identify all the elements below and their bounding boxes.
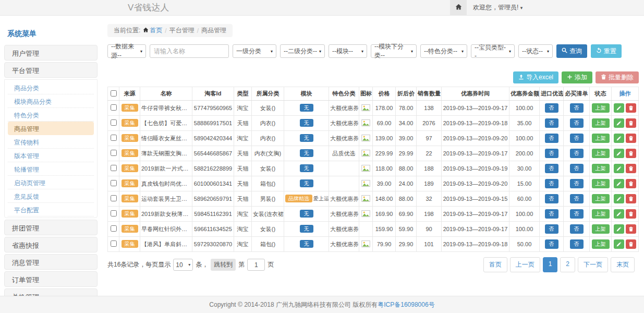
delete-button[interactable] xyxy=(626,149,636,158)
sidebar-link[interactable]: 商品分类 xyxy=(8,81,94,94)
page-button[interactable]: 上一页 xyxy=(510,257,540,272)
edit-button[interactable] xyxy=(614,118,624,128)
import-optional-toggle[interactable]: 否 xyxy=(545,209,558,219)
delete-button[interactable] xyxy=(626,134,636,143)
page-button[interactable]: 首页 xyxy=(483,257,507,272)
import-optional-toggle[interactable]: 否 xyxy=(545,224,558,234)
must-buy-toggle[interactable]: 否 xyxy=(570,134,584,143)
home-button[interactable] xyxy=(450,0,467,15)
filter-select[interactable]: --二级分类--▾ xyxy=(280,44,325,58)
row-checkbox[interactable] xyxy=(111,165,117,171)
filter-select[interactable]: --模块--▾ xyxy=(329,44,367,58)
sidebar-panel[interactable]: 省惠快报 xyxy=(4,237,98,252)
must-buy-toggle[interactable]: 否 xyxy=(570,209,584,219)
sidebar-link[interactable]: 模块商品分类 xyxy=(8,94,94,108)
sidebar-link[interactable]: 特色分类 xyxy=(8,108,94,122)
row-checkbox[interactable] xyxy=(111,104,117,111)
import-optional-toggle[interactable]: 否 xyxy=(545,103,558,113)
row-checkbox[interactable] xyxy=(111,135,117,141)
sidebar-link[interactable]: 轮播管理 xyxy=(8,162,94,176)
must-buy-toggle[interactable]: 否 xyxy=(570,149,584,158)
edit-button[interactable] xyxy=(614,164,624,173)
sidebar-link[interactable]: 启动页管理 xyxy=(8,176,94,189)
delete-button[interactable] xyxy=(626,239,636,249)
status-button[interactable]: 上架 xyxy=(592,118,610,128)
import-optional-toggle[interactable]: 否 xyxy=(545,118,558,128)
import-optional-toggle[interactable]: 否 xyxy=(545,149,558,158)
import-optional-toggle[interactable]: 否 xyxy=(545,164,558,173)
sidebar-link[interactable]: 商品管理 xyxy=(8,122,94,135)
delete-button[interactable] xyxy=(626,194,636,203)
import-optional-toggle[interactable]: 否 xyxy=(545,239,558,249)
add-button[interactable]: 添加 xyxy=(562,71,592,83)
filter-select[interactable]: --状态--▾ xyxy=(518,44,553,58)
sidebar-panel[interactable]: 平台管理 xyxy=(4,62,98,78)
must-buy-toggle[interactable]: 否 xyxy=(570,103,584,113)
sidebar-link[interactable]: 宣传物料 xyxy=(8,135,94,149)
delete-button[interactable] xyxy=(626,164,636,173)
status-button[interactable]: 上架 xyxy=(592,179,610,188)
status-button[interactable]: 上架 xyxy=(592,134,610,143)
page-button[interactable]: 下一页 xyxy=(578,257,608,272)
filter-select[interactable]: --数据来源--▾ xyxy=(107,44,146,58)
import-excel-button[interactable]: 导入excel xyxy=(513,71,558,83)
edit-button[interactable] xyxy=(614,239,624,249)
per-page-select[interactable]: 10 ▾ xyxy=(173,259,193,271)
search-button[interactable]: 查询 xyxy=(556,44,587,58)
delete-button[interactable] xyxy=(626,103,636,113)
filter-select[interactable]: --特色分类--▾ xyxy=(420,44,467,58)
page-button[interactable]: 1 xyxy=(543,257,558,272)
sidebar-link[interactable]: 意见反馈 xyxy=(8,189,94,203)
name-search-input[interactable] xyxy=(150,44,229,58)
row-checkbox[interactable] xyxy=(111,210,117,216)
delete-button[interactable] xyxy=(626,209,636,219)
status-button[interactable]: 上架 xyxy=(592,239,610,249)
sidebar-panel[interactable]: 消息管理 xyxy=(4,254,98,270)
must-buy-toggle[interactable]: 否 xyxy=(570,224,584,234)
reset-button[interactable]: 重置 xyxy=(591,44,622,58)
page-button[interactable]: 2 xyxy=(560,257,575,272)
row-checkbox[interactable] xyxy=(111,195,117,201)
row-checkbox[interactable] xyxy=(111,240,117,247)
import-optional-toggle[interactable]: 否 xyxy=(545,134,558,143)
must-buy-toggle[interactable]: 否 xyxy=(570,164,584,173)
sidebar-panel[interactable]: 拼团管理 xyxy=(4,220,98,235)
edit-button[interactable] xyxy=(614,149,624,158)
delete-button[interactable] xyxy=(626,118,636,128)
row-checkbox[interactable] xyxy=(111,150,117,156)
must-buy-toggle[interactable]: 否 xyxy=(570,239,584,249)
row-checkbox[interactable] xyxy=(111,225,117,232)
edit-button[interactable] xyxy=(614,224,624,234)
page-button[interactable]: 末页 xyxy=(611,257,635,272)
row-checkbox[interactable] xyxy=(111,119,117,126)
beian-link[interactable]: 粤ICP备16098006号 xyxy=(378,300,434,309)
filter-select[interactable]: 一级分类▾ xyxy=(233,44,276,58)
sidebar-link[interactable]: 版本管理 xyxy=(8,149,94,162)
edit-button[interactable] xyxy=(614,209,624,219)
must-buy-toggle[interactable]: 否 xyxy=(570,194,584,203)
select-all-checkbox[interactable] xyxy=(111,90,117,97)
jump-button[interactable]: 跳转到 xyxy=(211,259,236,271)
delete-button[interactable] xyxy=(626,224,636,234)
page-number-input[interactable] xyxy=(247,259,265,271)
status-button[interactable]: 上架 xyxy=(592,224,610,234)
filter-select[interactable]: --宝贝类型--▾ xyxy=(471,44,515,58)
sidebar-panel[interactable]: 订单管理 xyxy=(4,271,98,287)
user-menu[interactable]: 欢迎您，管理员! ▾ xyxy=(467,3,644,12)
row-checkbox[interactable] xyxy=(111,180,117,186)
filter-select[interactable]: --模块下分类--▾ xyxy=(371,44,417,58)
edit-button[interactable] xyxy=(614,179,624,188)
import-optional-toggle[interactable]: 否 xyxy=(545,179,558,188)
sidebar-panel[interactable]: 用户管理 xyxy=(4,45,98,61)
must-buy-toggle[interactable]: 否 xyxy=(570,118,584,128)
edit-button[interactable] xyxy=(614,134,624,143)
edit-button[interactable] xyxy=(614,194,624,203)
edit-button[interactable] xyxy=(614,103,624,113)
status-button[interactable]: 上架 xyxy=(592,209,610,219)
breadcrumb-home-link[interactable]: 首页 xyxy=(143,26,162,35)
status-button[interactable]: 上架 xyxy=(592,103,610,113)
status-button[interactable]: 上架 xyxy=(592,164,610,173)
bulk-delete-button[interactable]: 批量删除 xyxy=(596,71,639,83)
status-button[interactable]: 上架 xyxy=(592,149,610,158)
status-button[interactable]: 上架 xyxy=(592,194,610,203)
